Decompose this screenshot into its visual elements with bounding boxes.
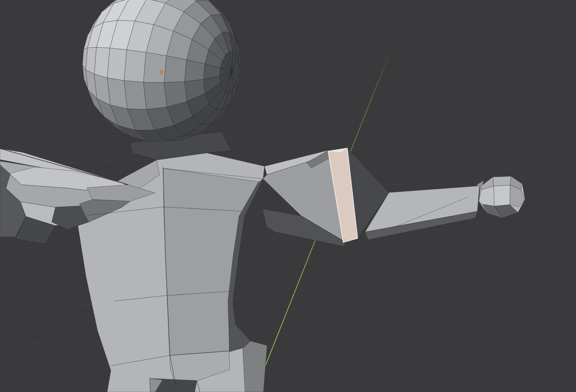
- selected-vertex[interactable]: [160, 71, 163, 74]
- viewport-3d[interactable]: [0, 0, 576, 392]
- head-mesh-face: [143, 82, 167, 109]
- head-mesh-face: [143, 52, 166, 83]
- head-mesh-face: [107, 48, 127, 81]
- ball-top-mid: [493, 176, 511, 186]
- viewport-canvas[interactable]: [0, 0, 576, 392]
- head-mesh-face: [124, 81, 147, 109]
- head-mesh-face: [94, 47, 110, 78]
- head-mesh-face: [164, 56, 186, 82]
- selected-vertex-layer: [160, 71, 163, 74]
- right-hip-side: [243, 341, 267, 392]
- head-mesh-face: [124, 50, 146, 82]
- ball-mid-mid: [494, 185, 510, 206]
